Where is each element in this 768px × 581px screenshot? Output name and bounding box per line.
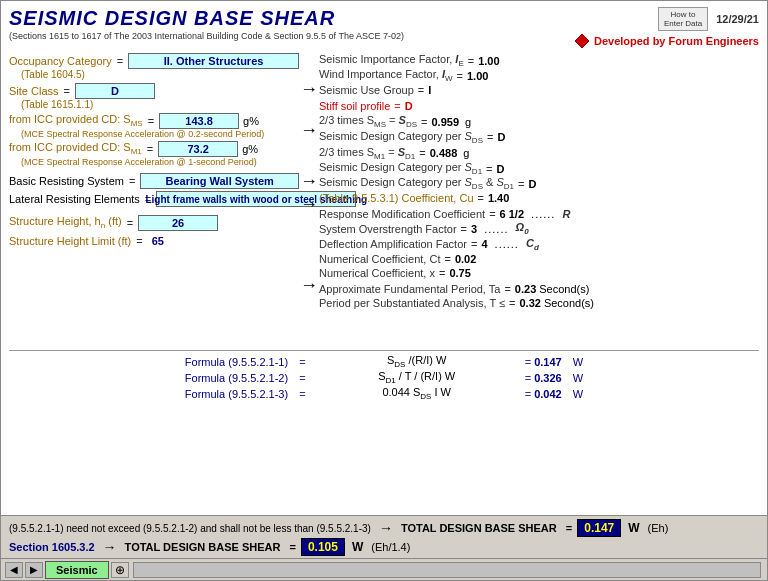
cu-table-note: (Table 9.5.5.3.1) Coefficient, Cu — [319, 192, 474, 204]
height-limit-label: Structure Height Limit (ft) — [9, 235, 131, 247]
occupancy-label: Occupancy Category — [9, 55, 112, 67]
section-row: Section 1605.3.2 → TOTAL DESIGN BASE SHE… — [9, 538, 759, 556]
section-unit: W — [352, 540, 363, 554]
page-title: SEISMIC DESIGN BASE SHEAR — [9, 7, 404, 30]
main-layout: Occupancy Category = II. Other Structure… — [9, 51, 759, 346]
period-section: Approximate Fundamental Period, Ta = 0.2… — [319, 282, 759, 310]
occupancy-table-note: (Table 1604.5) — [21, 69, 299, 80]
sdc-both-value: D — [528, 178, 536, 190]
height-row: Structure Height, hn (ft) = 26 — [9, 215, 299, 231]
title-block: SEISMIC DESIGN BASE SHEAR (Sections 1615… — [9, 7, 404, 41]
how-to-button[interactable]: How to Enter Data — [658, 7, 708, 31]
arrow-3: → — [300, 171, 318, 192]
sdc-sd1-row: Seismic Design Category per SD1 = D — [319, 161, 759, 176]
total-row-1: (9.5.5.2.1-1) need not exceed (9.5.5.2.1… — [9, 519, 759, 537]
period-value: 0.32 — [519, 297, 540, 309]
left-column: Occupancy Category = II. Other Structure… — [9, 51, 299, 346]
lateral-row: Lateral Resisting Elements = Light frame… — [9, 191, 299, 207]
wind-importance-value: 1.00 — [467, 70, 488, 82]
sd1-value: 0.488 — [430, 147, 458, 159]
basic-system-input[interactable]: Bearing Wall System — [140, 173, 299, 189]
occupancy-input[interactable]: II. Other Structures — [128, 53, 299, 69]
sm1-unit: g% — [242, 143, 258, 155]
seismic-use-row: Seismic Use Group = I — [319, 83, 759, 97]
cd-row: Deflection Amplification Factor = 4 ....… — [319, 237, 759, 252]
horizontal-scrollbar[interactable] — [133, 562, 761, 578]
arrow-2: → — [300, 120, 318, 141]
r-row: Response Modification Coefficient = 6 1/… — [319, 207, 759, 221]
formula-1-expr: SDS /(R/I) W — [317, 354, 517, 369]
r-sym: R — [562, 208, 570, 220]
formula-2-result: 0.326 — [534, 372, 562, 384]
occupancy-row: Occupancy Category = II. Other Structure… — [9, 53, 299, 69]
omega-row: System Overstrength Factor = 3 ...... Ω0 — [319, 221, 759, 236]
seismic-use-group-label: Seismic Use Group — [319, 84, 414, 96]
x-value: 0.75 — [449, 267, 470, 279]
total-sub: (Eh) — [648, 522, 669, 534]
sm1-row: from ICC provided CD: SM1 = 73.2 g% — [9, 141, 299, 157]
height-limit-row: Structure Height Limit (ft) = 65 — [9, 233, 299, 249]
sm1-input[interactable]: 73.2 — [158, 141, 238, 157]
arrow-4: → — [300, 194, 318, 215]
arrows-col: → → → → → — [299, 51, 319, 346]
right-column: Seismic Importance Factor, IE = 1.00 Win… — [319, 51, 759, 346]
seismic-importance-row: Seismic Importance Factor, IE = 1.00 — [319, 53, 759, 68]
stiff-soil-row: Stiff soil profile = D — [319, 99, 759, 113]
section-total-label: TOTAL DESIGN BASE SHEAR — [125, 541, 281, 553]
omega-sym: Ω0 — [516, 221, 529, 236]
r-value: 6 1/2 — [500, 208, 524, 220]
site-class-row: Site Class = D — [9, 83, 299, 99]
sms-row: from ICC provided CD: SMS = 143.8 g% — [9, 113, 299, 129]
header: SEISMIC DESIGN BASE SHEAR (Sections 1615… — [9, 7, 759, 49]
tab-seismic[interactable]: Seismic — [45, 561, 109, 579]
site-class-label: Site Class — [9, 85, 59, 97]
sd1-row: 2/3 times SM1 = SD1 = 0.488 g — [319, 146, 759, 161]
section-sub: (Eh/1.4) — [371, 541, 410, 553]
period-row: Period per Substantiated Analysis, T ≤ =… — [319, 296, 759, 310]
cd-value: 4 — [481, 238, 487, 250]
omega-value: 3 — [471, 223, 477, 235]
sds-row: 2/3 times SMS = SDS = 0.959 g — [319, 114, 759, 129]
ta-value: 0.23 — [515, 283, 536, 295]
section-label: Section 1605.3.2 — [9, 541, 95, 553]
formula-3-result: 0.042 — [534, 388, 562, 400]
sdc-both-row: Seismic Design Category per SDS & SD1 = … — [319, 176, 759, 191]
arrow-1: → — [300, 79, 318, 100]
svg-marker-0 — [575, 34, 589, 48]
period-unit: Second(s) — [544, 297, 594, 309]
formula-3-expr: 0.044 SDS I W — [317, 386, 517, 401]
formula-3-label: Formula (9.5.5.2.1-3) — [185, 388, 288, 400]
importance-section: Seismic Importance Factor, IE = 1.00 Win… — [319, 53, 759, 97]
total-value: 0.147 — [577, 519, 621, 537]
cu-value: 1.40 — [488, 192, 509, 204]
cd-sym: Cd — [526, 237, 539, 252]
formula-3-row: Formula (9.5.5.2.1-3) = 0.044 SDS I W = … — [9, 386, 759, 402]
height-input[interactable]: 26 — [138, 215, 218, 231]
nav-next-button[interactable]: ▶ — [25, 562, 43, 578]
formula-2-label: Formula (9.5.5.2.1-2) — [185, 372, 288, 384]
sms-label: from ICC provided CD: SMS — [9, 113, 143, 128]
sms-note: (MCE Spectral Response Acceleration @ 0.… — [21, 129, 299, 139]
formula-2-expr: SD1 / T / (R/I) W — [317, 370, 517, 385]
seismic-use-group-value: I — [428, 84, 431, 96]
factors-section: Response Modification Coefficient = 6 1/… — [319, 207, 759, 279]
sdc-sds-row: Seismic Design Category per SDS = D — [319, 130, 759, 145]
sms-input[interactable]: 143.8 — [159, 113, 239, 129]
tab-add-button[interactable]: ⊕ — [111, 562, 129, 578]
arrow-5: → — [300, 275, 318, 296]
total-label: TOTAL DESIGN BASE SHEAR — [401, 522, 557, 534]
lateral-label: Lateral Resisting Elements — [9, 193, 140, 205]
sm1-label: from ICC provided CD: SM1 — [9, 141, 142, 156]
ta-row: Approximate Fundamental Period, Ta = 0.2… — [319, 282, 759, 296]
height-limit-value: 65 — [152, 235, 164, 247]
sdc-sd1-value: D — [497, 163, 505, 175]
basic-system-label: Basic Resisting System — [9, 175, 124, 187]
ct-value: 0.02 — [455, 253, 476, 265]
site-class-input[interactable]: D — [75, 83, 155, 99]
section-value: 0.105 — [301, 538, 345, 556]
header-right: How to Enter Data 12/29/21 Developed by … — [574, 7, 759, 49]
stiff-soil-label: Stiff soil profile — [319, 100, 390, 112]
wind-importance-row: Wind Importance Factor, IW = 1.00 — [319, 68, 759, 83]
sdc-sds-value: D — [497, 131, 505, 143]
nav-prev-button[interactable]: ◀ — [5, 562, 23, 578]
